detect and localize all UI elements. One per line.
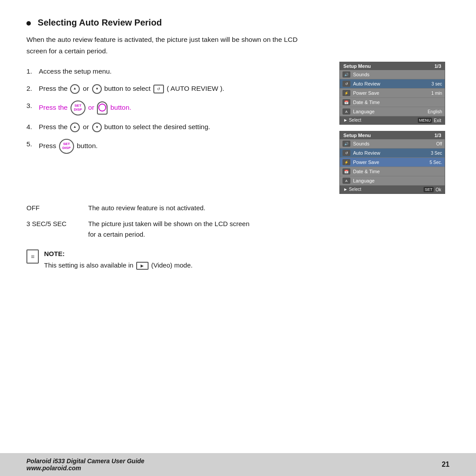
- steps-column: 1. Access the setup menu. 2. Press the o…: [26, 66, 331, 194]
- menu1-row-datetime: 📅 Date & Time: [340, 98, 445, 107]
- language-icon: A: [342, 108, 350, 115]
- note-section: NOTE: This setting is also available in …: [26, 249, 450, 271]
- menu1-exit-label: Exit: [434, 118, 441, 123]
- menu1-menu-key: MENU: [418, 118, 432, 123]
- note-text: This setting is also available in (Video…: [44, 261, 193, 269]
- language2-icon: A: [342, 178, 350, 184]
- bullet-icon: [26, 21, 31, 26]
- step-2: 2. Press the or button to select ↺ ( AUT…: [26, 83, 331, 94]
- set-disp-2-icon: SETDISP: [59, 139, 74, 154]
- desc-sec-val: The picture just taken will be shown on …: [88, 219, 450, 240]
- menu1-row-autoreview: ↺ Auto Review 3 sec: [340, 79, 445, 89]
- step-4-num: 4.: [26, 122, 39, 133]
- desc-off-key: OFF: [26, 203, 88, 213]
- menu1-row-sounds: 🔊 Sounds: [340, 70, 445, 79]
- intro-text: When the auto review feature is activate…: [26, 34, 300, 56]
- menu1-title: Setup Menu: [343, 63, 371, 69]
- note-label: NOTE:: [44, 249, 193, 259]
- note-icon: [26, 249, 39, 264]
- set-disp-btn-icon: SETDISP: [71, 100, 86, 115]
- powersave-icon: ⚡: [342, 90, 350, 96]
- step-1-num: 1.: [26, 66, 39, 77]
- menu2-footer: ► Select SET Ok: [340, 186, 445, 193]
- sounds-icon: 🔊: [342, 71, 350, 78]
- footer-left: Polaroid i533 Digital Camera User Guide …: [26, 457, 145, 472]
- step-3-pink: Press the SETDISP or button.: [39, 104, 131, 111]
- section-title: Selecting Auto Review Period: [26, 18, 450, 28]
- footer-url: www.polaroid.com: [26, 465, 145, 472]
- step-5-text: Press SETDISP button.: [39, 139, 331, 154]
- page-footer: Polaroid i533 Digital Camera User Guide …: [0, 453, 476, 476]
- nav-up-2-icon: [70, 123, 80, 132]
- menu2-row-powersave: ⚡ Power Save 5 Sec.: [340, 158, 445, 167]
- fn-btn-icon: [97, 101, 108, 115]
- datetime-icon: 📅: [342, 99, 350, 105]
- lower-content: OFF The auto review feature is not activ…: [26, 203, 450, 271]
- menu2-row-language: A Language: [340, 176, 445, 186]
- screenshots-column: Setup Menu 1/3 🔊 Sounds ↺ Auto Review 3 …: [339, 62, 450, 194]
- powersave2-icon: ⚡: [342, 159, 350, 165]
- menu2-row-datetime: 📅 Date & Time: [340, 167, 445, 176]
- autoreview2-icon: ↺: [342, 150, 350, 156]
- menu-screenshot-1: Setup Menu 1/3 🔊 Sounds ↺ Auto Review 3 …: [339, 62, 445, 125]
- menu2-title: Setup Menu: [343, 133, 371, 138]
- menu1-header: Setup Menu 1/3: [340, 62, 445, 70]
- desc-sec: 3 SEC/5 SEC The picture just taken will …: [26, 219, 450, 240]
- autoreview-icon: ↺: [342, 81, 350, 87]
- footer-title: Polaroid i533 Digital Camera User Guide: [26, 457, 145, 465]
- datetime2-icon: 📅: [342, 168, 350, 175]
- auto-review-icon: ↺: [153, 85, 164, 93]
- desc-off-val: The auto review feature is not activated…: [88, 203, 450, 213]
- menu2-set-key: SET: [424, 187, 434, 192]
- nav-down-icon: [92, 84, 102, 94]
- step-5-num: 5.: [26, 139, 39, 154]
- step-3-text: Press the SETDISP or button.: [39, 100, 331, 115]
- menu2-row-sounds: 🔊 Sounds Off: [340, 139, 445, 149]
- step-1: 1. Access the setup menu.: [26, 66, 331, 77]
- menu1-row-powersave: ⚡ Power Save 1 min: [340, 89, 445, 98]
- desc-sec-key: 3 SEC/5 SEC: [26, 219, 88, 240]
- menu1-footer: ► Select MENU Exit: [340, 116, 445, 124]
- step-3: 3. Press the SETDISP or button.: [26, 100, 331, 115]
- step-4: 4. Press the or button to select the des…: [26, 122, 331, 133]
- menu2-row-autoreview: ↺ Auto Review 3 Sec: [340, 149, 445, 158]
- menu2-header: Setup Menu 1/3: [340, 131, 445, 139]
- step-2-num: 2.: [26, 83, 39, 94]
- menu-screenshot-2: Setup Menu 1/3 🔊 Sounds Off ↺ Auto Revie…: [339, 131, 445, 194]
- step-2-text: Press the or button to select ↺ ( AUTO R…: [39, 83, 331, 94]
- menu1-row-language: A Language English: [340, 107, 445, 116]
- step-5: 5. Press SETDISP button.: [26, 139, 331, 154]
- menu1-footer-select: ► Select: [343, 118, 361, 123]
- nav-down-2-icon: [92, 123, 102, 132]
- desc-off: OFF The auto review feature is not activ…: [26, 203, 450, 213]
- step-3-num: 3.: [26, 100, 39, 115]
- sounds2-icon: 🔊: [342, 141, 350, 147]
- note-content: NOTE: This setting is also available in …: [44, 249, 193, 271]
- menu1-page: 1/3: [435, 63, 441, 69]
- menu2-page: 1/3: [435, 133, 441, 138]
- video-icon: [136, 262, 149, 270]
- menu2-ok-label: Ok: [435, 187, 441, 192]
- nav-up-icon: [70, 84, 80, 94]
- footer-page-num: 21: [442, 461, 450, 469]
- step-1-text: Access the setup menu.: [39, 66, 331, 77]
- menu2-footer-select: ► Select: [343, 187, 361, 192]
- step-4-text: Press the or button to select the desire…: [39, 122, 331, 133]
